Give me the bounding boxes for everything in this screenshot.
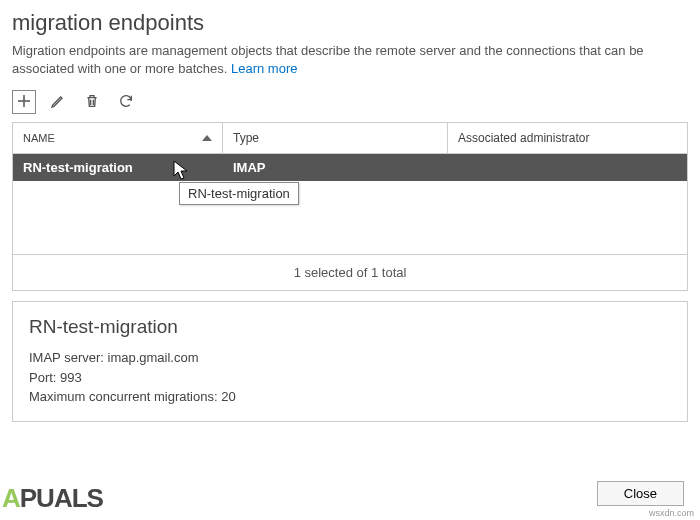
port-value: 993 (60, 370, 82, 385)
page-title: migration endpoints (12, 10, 688, 36)
pencil-icon (50, 93, 66, 112)
add-button[interactable] (12, 90, 36, 114)
close-button[interactable]: Close (597, 481, 684, 506)
details-max-row: Maximum concurrent migrations: 20 (29, 387, 671, 407)
column-header-name-label: NAME (23, 132, 55, 144)
details-port-row: Port: 993 (29, 368, 671, 388)
table-row[interactable]: RN-test-migration IMAP (13, 154, 687, 181)
column-header-name[interactable]: NAME (13, 123, 223, 153)
toolbar (12, 90, 688, 114)
cell-admin (448, 154, 687, 181)
details-panel: RN-test-migration IMAP server: imap.gmai… (12, 301, 688, 422)
watermark-logo: APUALS (2, 483, 103, 514)
refresh-button[interactable] (114, 90, 138, 114)
cell-type: IMAP (223, 154, 448, 181)
endpoints-table: NAME Type Associated administrator RN-te… (12, 122, 688, 255)
learn-more-link[interactable]: Learn more (231, 61, 297, 76)
table-header: NAME Type Associated administrator (13, 123, 687, 154)
max-migrations-value: 20 (221, 389, 235, 404)
max-migrations-label: Maximum concurrent migrations: (29, 389, 218, 404)
column-header-type[interactable]: Type (223, 123, 448, 153)
selection-status: 1 selected of 1 total (12, 254, 688, 291)
imap-server-value: imap.gmail.com (108, 350, 199, 365)
watermark-rest: PUALS (20, 483, 103, 513)
page-description-text: Migration endpoints are management objec… (12, 43, 644, 76)
refresh-icon (118, 93, 134, 112)
plus-icon (15, 92, 33, 113)
watermark-site: wsxdn.com (649, 508, 694, 518)
table-body: RN-test-migration IMAP RN-test-migration (13, 154, 687, 254)
details-title: RN-test-migration (29, 316, 671, 338)
page-description: Migration endpoints are management objec… (12, 42, 688, 78)
column-header-admin[interactable]: Associated administrator (448, 123, 687, 153)
port-label: Port: (29, 370, 56, 385)
tooltip: RN-test-migration (179, 182, 299, 205)
edit-button[interactable] (46, 90, 70, 114)
sort-ascending-icon (202, 135, 212, 141)
watermark-accent: A (2, 483, 20, 513)
trash-icon (84, 93, 100, 112)
imap-server-label: IMAP server: (29, 350, 104, 365)
delete-button[interactable] (80, 90, 104, 114)
cell-name: RN-test-migration (13, 154, 223, 181)
details-imap-row: IMAP server: imap.gmail.com (29, 348, 671, 368)
